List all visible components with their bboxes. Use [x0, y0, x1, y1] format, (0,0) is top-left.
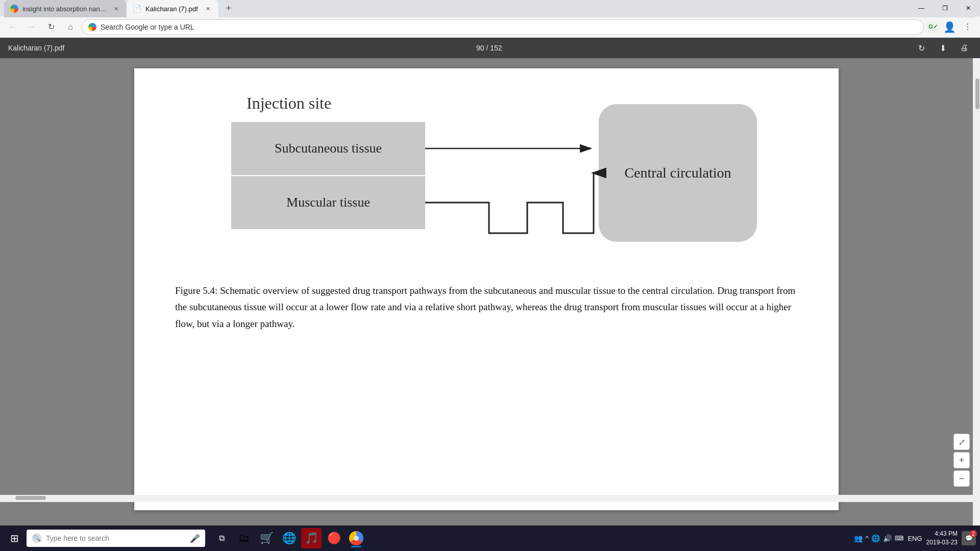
- taskbar-chrome[interactable]: [346, 528, 366, 548]
- close-button[interactable]: ✕: [957, 0, 980, 16]
- taskbar-store[interactable]: 🛒: [256, 528, 277, 548]
- scrollbar-thumb-vertical[interactable]: [975, 79, 979, 109]
- taskbar-search-placeholder: Type here to search: [46, 534, 186, 542]
- tab-label-1: insight into absorption nandrol...: [22, 5, 107, 13]
- scrollbar-thumb-horizontal[interactable]: [15, 496, 46, 500]
- window-controls: — ❐ ✕: [910, 0, 980, 16]
- diagram-area: Injection site Subcutaneous tissue Muscu…: [165, 84, 808, 272]
- taskbar-app-red[interactable]: 🔴: [324, 528, 344, 548]
- language-indicator: ENG: [908, 535, 922, 542]
- tab-insight[interactable]: insight into absorption nandrol... ✕: [4, 0, 127, 17]
- taskbar: ⊞ 🔍 Type here to search 🎤 ⧉ 🗂 🛒 🌐 🎵 🔴 👥 …: [0, 525, 980, 551]
- tab-close-1[interactable]: ✕: [111, 4, 120, 13]
- google-favicon: [88, 23, 96, 31]
- pdf-download-button[interactable]: ⬇: [935, 40, 950, 56]
- figure-caption-text: Figure 5.4: Schematic overview of sugges…: [175, 285, 795, 329]
- zoom-out-button[interactable]: −: [953, 470, 970, 487]
- taskbar-apps: ⧉ 🗂 🛒 🌐 🎵 🔴: [211, 528, 366, 548]
- tab-favicon-1: [10, 5, 18, 13]
- home-button[interactable]: ⌂: [62, 19, 79, 35]
- taskbar-system-tray: 👥 ^ 🌐 🔊 ⌨ ENG 4:43 PM 2019-03-23 💬 2: [854, 530, 976, 547]
- pdf-header: Kalicharan (7).pdf 90 / 152 ↻ ⬇ 🖨: [0, 38, 980, 58]
- clock-date: 2019-03-23: [926, 538, 958, 547]
- expand-tray-icon[interactable]: ^: [866, 535, 869, 542]
- vertical-scrollbar[interactable]: [973, 58, 980, 528]
- main-area: Injection site Subcutaneous tissue Muscu…: [0, 58, 980, 528]
- clock-time: 4:43 PM: [926, 530, 958, 538]
- diagram-container: Injection site Subcutaneous tissue Muscu…: [206, 94, 767, 257]
- pdf-page-wrapper: Injection site Subcutaneous tissue Muscu…: [0, 58, 973, 520]
- pdf-page-info: 90 / 152: [476, 44, 502, 52]
- forward-button[interactable]: →: [23, 19, 40, 35]
- zoom-controls: ⤢ + −: [953, 434, 970, 487]
- taskbar-search-bar[interactable]: 🔍 Type here to search 🎤: [27, 530, 205, 547]
- pdf-refresh-button[interactable]: ↻: [914, 40, 929, 56]
- start-button[interactable]: ⊞: [4, 528, 24, 548]
- minimize-button[interactable]: —: [910, 0, 933, 16]
- profile-button[interactable]: 👤: [941, 19, 958, 35]
- volume-icon[interactable]: 🔊: [883, 534, 892, 542]
- content-wrapper: Injection site Subcutaneous tissue Muscu…: [0, 58, 980, 528]
- tab-label-2: Kalicharan (7).pdf: [145, 5, 199, 13]
- pdf-actions: ↻ ⬇ 🖨: [914, 40, 972, 56]
- navigation-toolbar: ← → ↻ ⌂ Search Google or type a URL G✓ 👤…: [0, 16, 980, 38]
- taskbar-file-explorer[interactable]: 🗂: [234, 528, 254, 548]
- central-circulation-label: Central circulation: [624, 164, 731, 182]
- reload-button[interactable]: ↻: [43, 19, 59, 35]
- zoom-in-button[interactable]: +: [953, 452, 970, 468]
- injection-site-label: Injection site: [247, 94, 331, 113]
- people-icon[interactable]: 👥: [854, 534, 863, 542]
- taskbar-media[interactable]: 🎵: [301, 528, 322, 548]
- toolbar-actions: G✓ 👤 ⋮: [927, 19, 976, 35]
- system-time: 4:43 PM 2019-03-23: [926, 530, 958, 547]
- address-bar[interactable]: Search Google or type a URL: [82, 19, 924, 35]
- figure-caption: Figure 5.4: Schematic overview of sugges…: [165, 283, 808, 332]
- tab-pdf[interactable]: 📄 Kalicharan (7).pdf ✕: [127, 0, 218, 17]
- network-icon[interactable]: 🌐: [871, 534, 880, 542]
- maximize-button[interactable]: ❐: [933, 0, 957, 16]
- zoom-fit-button[interactable]: ⤢: [953, 434, 970, 450]
- taskbar-edge[interactable]: 🌐: [279, 528, 299, 548]
- back-button[interactable]: ←: [4, 19, 20, 35]
- taskbar-task-view[interactable]: ⧉: [211, 528, 232, 548]
- pdf-title: Kalicharan (7).pdf: [8, 44, 65, 52]
- tab-close-2[interactable]: ✕: [203, 4, 212, 13]
- grammarly-icon: G✓: [927, 21, 939, 33]
- taskbar-mic-icon[interactable]: 🎤: [190, 534, 200, 543]
- keyboard-icon[interactable]: ⌨: [895, 535, 903, 542]
- tab-favicon-2: 📄: [133, 5, 141, 13]
- notification-count: 2: [970, 530, 977, 537]
- horizontal-scrollbar[interactable]: [0, 495, 973, 502]
- taskbar-search-icon: 🔍: [32, 533, 42, 543]
- subcutaneous-label: Subcutaneous tissue: [275, 141, 382, 156]
- pdf-page: Injection site Subcutaneous tissue Muscu…: [134, 68, 839, 510]
- left-tissue-box: Subcutaneous tissue Muscular tissue: [231, 122, 425, 229]
- menu-button[interactable]: ⋮: [960, 19, 976, 35]
- tab-bar: insight into absorption nandrol... ✕ 📄 K…: [4, 0, 976, 17]
- address-text: Search Google or type a URL: [101, 23, 917, 31]
- new-tab-button[interactable]: +: [220, 0, 237, 16]
- notification-button[interactable]: 💬 2: [962, 531, 976, 545]
- muscular-label: Muscular tissue: [286, 195, 370, 210]
- title-bar: insight into absorption nandrol... ✕ 📄 K…: [0, 0, 980, 16]
- central-circulation-box: Central circulation: [599, 104, 757, 242]
- pdf-print-button[interactable]: 🖨: [957, 40, 972, 56]
- tray-icons: 👥 ^ 🌐 🔊 ⌨: [854, 534, 904, 542]
